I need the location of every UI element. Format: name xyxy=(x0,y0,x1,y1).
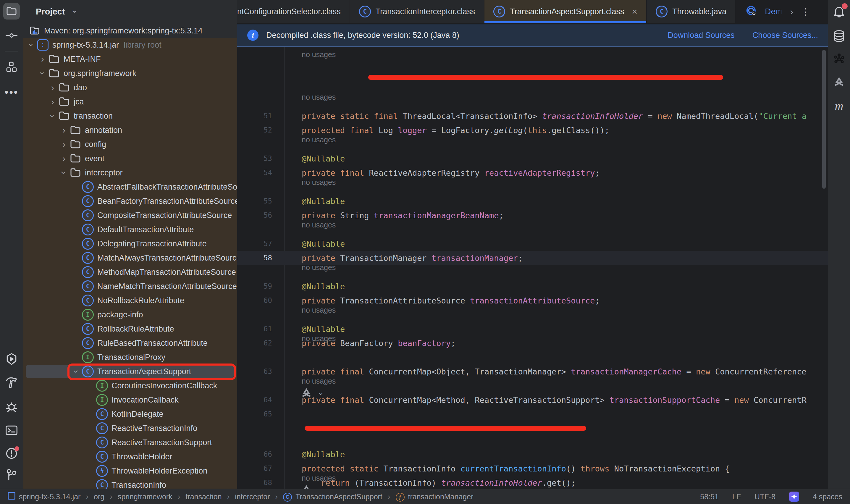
close-icon[interactable]: × xyxy=(632,7,638,16)
code-line-59[interactable]: 59@Nullable xyxy=(237,279,828,293)
chevron-right-icon[interactable]: › xyxy=(47,83,58,92)
tree-item-meta-inf[interactable]: ›META-INF xyxy=(23,52,237,66)
chevron-down-icon[interactable]: › xyxy=(790,7,793,16)
tree-item-transactionalproxy[interactable]: ITransactionalProxy xyxy=(23,350,237,364)
tree-item-jca[interactable]: ›jca xyxy=(23,95,237,109)
encoding[interactable]: UTF-8 xyxy=(755,492,776,501)
tree-item-namematchtransactionattributesource[interactable]: CNameMatchTransactionAttributeSource xyxy=(23,279,237,293)
tree-item-rulebasedtransactionattribute[interactable]: CRuleBasedTransactionAttribute xyxy=(23,336,237,350)
breadcrumb-item[interactable]: org xyxy=(94,492,104,501)
structure-tool-button[interactable] xyxy=(3,58,20,75)
tree-item-interceptor[interactable]: ›interceptor xyxy=(23,166,237,180)
code-line-65[interactable]: 65 xyxy=(237,407,828,421)
services-tool-button[interactable] xyxy=(3,351,20,367)
tree-item-beanfactorytransactionattributesource[interactable]: CBeanFactoryTransactionAttributeSource xyxy=(23,194,237,208)
more-tool-button[interactable]: ••• xyxy=(3,84,20,101)
tree-item-matchalwaystransactionattributesource[interactable]: CMatchAlwaysTransactionAttributeSource xyxy=(23,251,237,265)
chevron-right-icon[interactable]: › xyxy=(47,97,58,106)
commit-tool-button[interactable] xyxy=(3,27,20,44)
breadcrumb-item[interactable]: CTransactionAspectSupport xyxy=(283,492,382,502)
molecule-tool-button[interactable] xyxy=(831,51,847,68)
chevron-right-icon[interactable]: › xyxy=(58,140,70,149)
ai-inlay-icon[interactable] xyxy=(301,485,312,489)
banner-link-choose-sources-[interactable]: Choose Sources... xyxy=(753,31,818,40)
tree-item-org-springframework[interactable]: ›org.springframework xyxy=(23,66,237,80)
breadcrumb-item[interactable]: spring-tx-5.3.14.jar xyxy=(8,492,80,501)
chevron-right-icon[interactable]: › xyxy=(37,55,48,64)
tree-item-throwableholderexception[interactable]: ϟThrowableHolderException xyxy=(23,464,237,478)
run-config-name[interactable]: Dem xyxy=(765,7,782,16)
tree-item-event[interactable]: ›event xyxy=(23,151,237,166)
tree-item-kotlindelegate[interactable]: CKotlinDelegate xyxy=(23,407,237,421)
usages-hint[interactable]: no usages xyxy=(282,263,336,272)
editor-tab-ntconfigurationselector-class[interactable]: ntConfigurationSelector.class xyxy=(237,0,350,23)
usages-hint[interactable]: no usages xyxy=(282,221,336,229)
indent-setting[interactable]: 4 spaces xyxy=(813,492,842,501)
code-line-51[interactable]: 51private static final ThreadLocal<Trans… xyxy=(237,109,828,123)
tree-item-reactivetransactioninfo[interactable]: CReactiveTransactionInfo xyxy=(23,421,237,435)
tree-item-transactioninfo[interactable]: CTransactionInfo xyxy=(23,478,237,489)
debug-tool-button[interactable] xyxy=(3,398,20,415)
tree-item-config[interactable]: ›config xyxy=(23,137,237,151)
code-line-53[interactable]: 53@Nullable xyxy=(237,151,828,166)
usages-hint[interactable]: no usages xyxy=(282,377,336,385)
maven-tool-button[interactable]: m xyxy=(831,97,847,114)
usages-hint[interactable]: no usages xyxy=(282,474,336,482)
git-tool-button[interactable] xyxy=(3,467,20,483)
chevron-down-icon[interactable]: › xyxy=(59,167,68,178)
tree-item-dao[interactable]: ›dao xyxy=(23,80,237,95)
tree-item-abstractfallbacktransactionattributesource[interactable]: CAbstractFallbackTransactionAttributeSou… xyxy=(23,180,237,194)
usages-hint[interactable]: no usages xyxy=(282,306,336,314)
usages-hint[interactable]: no usages xyxy=(282,136,336,144)
tree-item-coroutinesinvocationcallback[interactable]: ICoroutinesInvocationCallback xyxy=(23,379,237,393)
breadcrumb-item[interactable]: interceptor xyxy=(235,492,270,501)
ai-gray-tool-button[interactable] xyxy=(831,74,847,91)
problems-tool-button[interactable] xyxy=(3,446,20,462)
chevron-right-icon[interactable]: › xyxy=(58,126,70,134)
chevron-down-icon[interactable]: › xyxy=(38,68,47,79)
kebab-menu-icon[interactable]: ⋮ xyxy=(801,6,810,17)
tree-item-delegatingtransactionattribute[interactable]: CDelegatingTransactionAttribute xyxy=(23,237,237,251)
tree-item-rollbackruleattribute[interactable]: CRollbackRuleAttribute xyxy=(23,322,237,336)
code-line-57[interactable]: 57@Nullable xyxy=(237,237,828,251)
chevron-down-icon[interactable]: › xyxy=(48,110,57,122)
usages-hint[interactable]: no usages xyxy=(282,178,336,187)
editor-tab-transactionaspectsupport-class[interactable]: CTransactionAspectSupport.class× xyxy=(485,0,647,23)
chevron-right-icon[interactable]: › xyxy=(58,154,70,163)
tree-item-spring-tx-5-3-14-jar[interactable]: ›⁚spring-tx-5.3.14.jarlibrary root xyxy=(23,38,237,52)
chevron-down-icon[interactable]: › xyxy=(317,485,324,489)
terminal-tool-button[interactable] xyxy=(3,422,20,439)
tree-item-methodmaptransactionattributesource[interactable]: CMethodMapTransactionAttributeSource xyxy=(23,265,237,279)
database-tool-button[interactable] xyxy=(831,28,847,44)
code-line-55[interactable]: 55@Nullable xyxy=(237,194,828,208)
tree-item-transaction[interactable]: ›transaction xyxy=(23,109,237,123)
caret-position[interactable]: 58:51 xyxy=(700,492,719,501)
tree-item-defaulttransactionattribute[interactable]: CDefaultTransactionAttribute xyxy=(23,222,237,237)
tree-item-maven-org-springframework-spring-tx-5-3-14[interactable]: Maven: org.springframework:spring-tx:5.3… xyxy=(23,24,237,38)
editor-tab-throwable-java[interactable]: CThrowable.java xyxy=(647,0,736,23)
tree-item-reactivetransactionsupport[interactable]: CReactiveTransactionSupport xyxy=(23,435,237,450)
line-ending[interactable]: LF xyxy=(732,492,741,501)
usages-hint[interactable]: no usages xyxy=(282,50,336,59)
code-line-66[interactable]: 66@Nullable xyxy=(237,447,828,462)
tree-item-invocationcallback[interactable]: IInvocationCallback xyxy=(23,393,237,407)
breadcrumb-item[interactable]: transaction xyxy=(185,492,221,501)
editor-tab-transactioninterceptor-class[interactable]: CTransactionInterceptor.class xyxy=(350,0,485,23)
breadcrumb-item[interactable]: ftransactionManager xyxy=(396,492,473,502)
ai-inlay-icon[interactable] xyxy=(301,388,312,400)
tree-item-throwableholder[interactable]: CThrowableHolder xyxy=(23,450,237,464)
ai-assistant-icon[interactable] xyxy=(789,491,799,502)
folder-tool-button[interactable] xyxy=(3,3,20,19)
tree-item-norollbackruleattribute[interactable]: CNoRollbackRuleAttribute xyxy=(23,293,237,308)
bell-tool-button[interactable] xyxy=(831,3,847,20)
usages-hint[interactable]: no usages xyxy=(282,334,336,343)
breadcrumb-item[interactable]: springframework xyxy=(118,492,173,501)
chevron-down-icon[interactable]: › xyxy=(317,388,324,400)
tree-item-annotation[interactable]: ›annotation xyxy=(23,123,237,137)
chevron-down-icon[interactable]: › xyxy=(27,39,36,51)
editor-scrollbar[interactable] xyxy=(822,50,826,189)
project-panel-header[interactable]: Project › xyxy=(23,0,237,23)
banner-link-download-sources[interactable]: Download Sources xyxy=(668,31,735,40)
code-viewport[interactable]: no usages51private static final ThreadLo… xyxy=(237,47,828,489)
tree-item-compositetransactionattributesource[interactable]: CCompositeTransactionAttributeSource xyxy=(23,208,237,222)
